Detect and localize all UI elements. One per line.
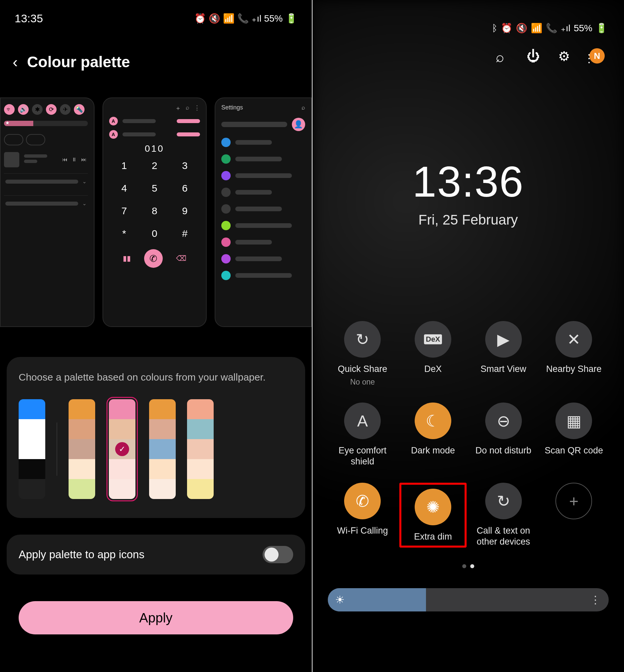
battery-icon: 🔋 — [596, 23, 607, 34]
dial-key: * — [109, 228, 139, 239]
power-icon[interactable]: ⏻ — [527, 49, 542, 63]
qs-tile-quick-share[interactable]: ↻Quick ShareNo one — [329, 321, 396, 386]
dark-mode-icon: ☾ — [415, 403, 451, 439]
qs-rotate-icon: ⟳ — [46, 104, 57, 115]
brightness-more-icon[interactable]: ⋮ — [590, 593, 601, 606]
quick-settings-grid: ↻Quick ShareNo oneDeXDeX▶Smart View✕Near… — [329, 321, 608, 547]
status-bar: 13:35 ⏰ 🔇 📶 📞 ₊ıl 55% 🔋 — [7, 12, 305, 30]
more-menu[interactable]: N ⋮ — [589, 48, 605, 63]
preview-dialer[interactable]: ＋⌕⋮ A A 010 123456789*0# ▮▮ ✆ ⌫ — [103, 98, 207, 327]
qs-tile-extra-dim[interactable]: ✺Extra dim — [399, 483, 467, 547]
dial-key: 9 — [170, 205, 200, 217]
settings-item-label — [235, 207, 282, 211]
dial-key: 5 — [139, 183, 170, 194]
wifi-icon: 📶 — [531, 23, 543, 34]
preview-settings[interactable]: Settings⌕ 👤 — [215, 98, 312, 327]
qs-tile-label: Call & text on other devices — [470, 525, 537, 547]
left-screenshot: 13:35 ⏰ 🔇 📶 📞 ₊ıl 55% 🔋 ‹ Colour palette… — [0, 0, 312, 672]
qs-tile-sublabel: No one — [350, 378, 375, 386]
qs-tile-wifi-calling[interactable]: ✆Wi-Fi Calling — [329, 483, 396, 547]
dial-key: 3 — [170, 160, 200, 171]
call-icon: 📞 — [237, 13, 249, 24]
qs-tile-call-text[interactable]: ↻Call & text on other devices — [470, 483, 537, 547]
palette-swatch[interactable] — [149, 399, 176, 499]
selected-check-icon: ✓ — [115, 442, 129, 456]
preview-contact-row: A — [109, 117, 200, 126]
settings-title: Settings — [221, 104, 243, 111]
apply-icons-toggle[interactable] — [263, 546, 293, 563]
qs-tile-label: Scan QR code — [544, 445, 603, 456]
settings-item-label — [235, 190, 272, 195]
brightness-slider[interactable]: ☀ ⋮ — [328, 588, 609, 612]
qs-plane-icon: ✈ — [60, 104, 71, 115]
media-controls-icon: ⏮ ⏸ ⏭ — [62, 157, 88, 163]
call-button: ✆ — [144, 249, 163, 268]
palette-swatch[interactable] — [69, 399, 95, 499]
palette-swatch[interactable] — [19, 399, 45, 499]
settings-item-icon — [221, 238, 231, 247]
bluetooth-icon: ᛒ — [492, 23, 497, 34]
preview-brightness — [4, 121, 88, 126]
status-right: ⏰ 🔇 📶 📞 ₊ıl 55% 🔋 — [194, 13, 297, 24]
settings-item-label — [235, 223, 292, 228]
page-title: Colour palette — [27, 53, 130, 71]
qs-tile-nearby-share[interactable]: ✕Nearby Share — [540, 321, 607, 386]
qs-bt-icon: ✱ — [32, 104, 43, 115]
cover-art — [4, 152, 19, 167]
back-button[interactable]: ‹ — [12, 53, 18, 71]
settings-preview-row — [221, 254, 305, 264]
signal-icon: ₊ıl — [561, 23, 570, 34]
quick-share-icon: ↻ — [344, 321, 381, 358]
apply-button[interactable]: Apply — [19, 601, 293, 635]
qs-tile-eye-comfort[interactable]: AEye comfort shield — [329, 403, 396, 467]
palette-swatch[interactable]: ✓ — [106, 397, 138, 501]
preview-media-player: ⏮ ⏸ ⏭ — [4, 152, 88, 167]
pager-dot-active — [470, 564, 474, 568]
call-icon: 📞 — [546, 23, 557, 34]
settings-gear-icon[interactable]: ⚙ — [558, 49, 573, 63]
qs-tile-dex[interactable]: DeXDeX — [399, 321, 467, 386]
preview-notif: ⌄ — [4, 195, 88, 211]
qs-tile-add[interactable]: + — [540, 483, 607, 547]
dial-key: 0 — [139, 228, 170, 239]
palette-panel: Choose a palette based on colours from y… — [7, 357, 305, 518]
settings-item-icon — [221, 271, 231, 280]
qs-tile-scan-qr[interactable]: ▦Scan QR code — [540, 403, 607, 467]
qs-tile-label: Dark mode — [411, 445, 455, 456]
settings-item-icon — [221, 138, 231, 147]
contact-avatar: A — [109, 117, 118, 126]
contact-avatar: A — [109, 130, 118, 139]
video-call-icon: ▮▮ — [123, 254, 131, 263]
settings-preview-row — [221, 138, 305, 147]
qs-tile-smart-view[interactable]: ▶Smart View — [470, 321, 537, 386]
add-icon: + — [555, 483, 592, 519]
palette-swatch[interactable] — [187, 399, 214, 499]
preview-quick-settings[interactable]: ᯤ 🔊 ✱ ⟳ ✈ 🔦 ⏮ ⏸ ⏭ ⌄ ⌄ — [0, 98, 95, 327]
brightness-icon: ☀ — [335, 593, 345, 606]
palette-desc: Choose a palette based on colours from y… — [19, 370, 293, 384]
qs-tile-dnd[interactable]: ⊖Do not disturb — [470, 403, 537, 467]
settings-preview-row — [221, 188, 305, 197]
swatch-divider — [57, 423, 57, 476]
qs-tile-label: Extra dim — [414, 531, 452, 542]
battery-pct: 55% — [264, 13, 283, 24]
signal-icon: ₊ıl — [252, 13, 261, 24]
dial-key: 2 — [139, 160, 170, 171]
right-screenshot: ᛒ ⏰ 🔇 📶 📞 ₊ıl 55% 🔋 ⌕ ⏻ ⚙ N ⋮ 13:36 Fri,… — [312, 0, 624, 672]
mute-icon: 🔇 — [209, 13, 220, 24]
clock-time: 13:36 — [319, 157, 618, 207]
dial-key: 1 — [109, 160, 139, 171]
qs-tile-dark-mode[interactable]: ☾Dark mode — [399, 403, 467, 467]
search-icon: ⌕ — [186, 104, 189, 112]
preview-chip — [26, 134, 45, 145]
dnd-icon: ⊖ — [485, 403, 522, 439]
search-icon[interactable]: ⌕ — [496, 49, 510, 63]
qs-wifi-icon: ᯤ — [4, 104, 15, 115]
dial-key: 6 — [170, 183, 200, 194]
settings-preview-row — [221, 171, 305, 180]
wifi-calling-icon: ✆ — [344, 483, 381, 519]
apply-icons-row[interactable]: Apply palette to app icons — [7, 535, 305, 574]
dial-key: # — [170, 228, 200, 239]
qs-tile-label: Nearby Share — [546, 364, 602, 374]
plus-icon: ＋ — [175, 104, 181, 112]
